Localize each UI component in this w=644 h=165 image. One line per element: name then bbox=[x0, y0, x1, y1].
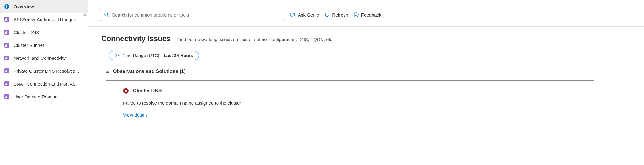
sidebar-item-snat-connection-and-port-allocation[interactable]: SNAT Connection and Port Al... bbox=[0, 77, 88, 90]
chart-icon bbox=[4, 81, 9, 86]
page-title: Connectivity Issues bbox=[101, 34, 170, 43]
topbar: Ask Genie Refresh Feedback bbox=[88, 0, 644, 27]
observations-header[interactable]: Observations and Solutions (1) bbox=[106, 69, 630, 74]
feedback-label: Feedback bbox=[361, 12, 381, 17]
refresh-label: Refresh bbox=[332, 12, 348, 17]
sidebar-item-api-server-authorized-ranges[interactable]: API Server Authorized Ranges bbox=[0, 13, 88, 26]
time-range-prefix: Time Range (UTC): bbox=[122, 53, 161, 58]
smile-icon bbox=[354, 12, 359, 17]
sidebar-item-network-and-connectivity[interactable]: Network and Connectivity bbox=[0, 52, 88, 64]
refresh-icon bbox=[325, 12, 330, 17]
sidebar-item-label: Cluster Subnet bbox=[14, 43, 44, 48]
chart-icon bbox=[4, 30, 9, 35]
sidebar-item-label: Private Cluster DNS Resolutio... bbox=[14, 68, 79, 74]
ask-genie-button[interactable]: Ask Genie bbox=[290, 12, 319, 17]
genie-icon bbox=[290, 12, 295, 17]
title-separator: - bbox=[173, 37, 174, 42]
refresh-button[interactable]: Refresh bbox=[325, 12, 348, 17]
sidebar-item-label: SNAT Connection and Port Al... bbox=[14, 81, 78, 86]
observation-card: Cluster DNS Failed to resolve the domain… bbox=[106, 80, 594, 126]
chevron-up-icon bbox=[106, 71, 109, 73]
chart-icon bbox=[4, 94, 9, 99]
feedback-button[interactable]: Feedback bbox=[354, 12, 381, 17]
sidebar-item-label: Cluster DNS bbox=[14, 30, 39, 35]
search-input[interactable] bbox=[112, 12, 280, 17]
chart-icon bbox=[4, 68, 9, 73]
card-header: Cluster DNS bbox=[123, 88, 576, 94]
chart-icon bbox=[4, 43, 9, 48]
sidebar-item-label: Network and Connectivity bbox=[14, 56, 66, 61]
sidebar-item-label: API Server Authorized Ranges bbox=[14, 17, 76, 22]
card-title: Cluster DNS bbox=[133, 88, 162, 94]
content: Connectivity Issues - Find out networkin… bbox=[88, 27, 644, 134]
sidebar-collapse-caret[interactable] bbox=[83, 13, 87, 16]
clock-icon bbox=[115, 53, 119, 58]
main-area: Ask Genie Refresh Feedback Connectivity … bbox=[88, 0, 644, 165]
sidebar: Overview API Server Authorized Ranges Cl… bbox=[0, 0, 88, 165]
page-description: Find out networking issues on cluster su… bbox=[177, 37, 334, 42]
sidebar-item-label: User Defined Routing bbox=[14, 94, 57, 99]
sidebar-item-cluster-dns[interactable]: Cluster DNS bbox=[0, 26, 88, 39]
search-icon bbox=[104, 12, 109, 17]
card-message: Failed to resolve the domain name assign… bbox=[123, 100, 576, 106]
time-range-value: Last 24 Hours bbox=[164, 53, 193, 58]
sidebar-item-cluster-subnet[interactable]: Cluster Subnet bbox=[0, 39, 88, 52]
observations-header-label: Observations and Solutions (1) bbox=[113, 69, 185, 74]
time-range-pill[interactable]: Time Range (UTC): Last 24 Hours bbox=[109, 51, 199, 60]
chart-icon bbox=[4, 56, 9, 60]
search-box[interactable] bbox=[100, 9, 284, 21]
info-icon bbox=[4, 4, 9, 9]
chart-icon bbox=[4, 17, 9, 22]
page-title-row: Connectivity Issues - Find out networkin… bbox=[101, 34, 630, 43]
view-details-link[interactable]: View details bbox=[123, 112, 148, 117]
sidebar-item-label: Overview bbox=[14, 4, 34, 9]
ask-genie-label: Ask Genie bbox=[298, 12, 319, 17]
error-icon bbox=[123, 88, 129, 94]
sidebar-item-private-cluster-dns-resolution[interactable]: Private Cluster DNS Resolutio... bbox=[0, 64, 88, 77]
sidebar-item-overview[interactable]: Overview bbox=[0, 0, 88, 13]
sidebar-item-user-defined-routing[interactable]: User Defined Routing bbox=[0, 90, 88, 103]
